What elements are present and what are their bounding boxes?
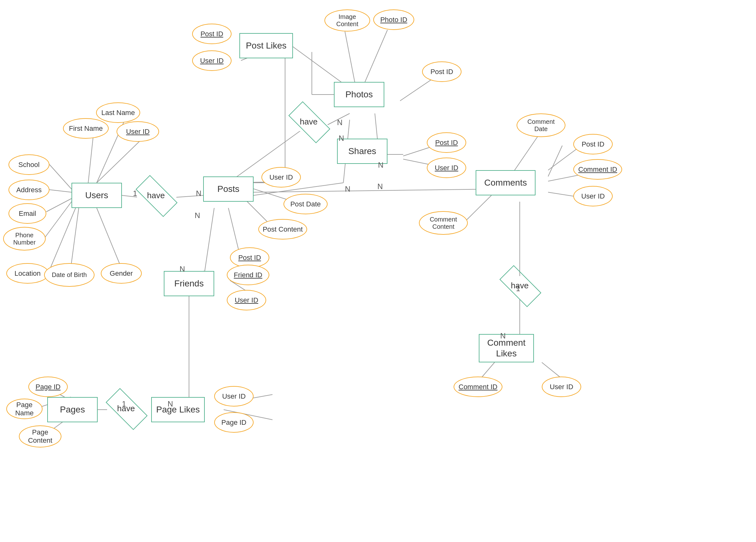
- attr-userid-pagelikes: User ID: [214, 386, 254, 407]
- attr-dob: Date of Birth: [44, 263, 95, 287]
- attr-school: School: [9, 154, 49, 175]
- attr-firstname: First Name: [63, 118, 109, 139]
- svg-line-0: [97, 136, 145, 183]
- entity-shares: Shares: [337, 139, 387, 164]
- entity-comments: Comments: [476, 170, 535, 195]
- label-N-posts-friends2: N: [180, 265, 185, 274]
- attr-userid-comments: User ID: [573, 186, 613, 206]
- label-N-posts-comments: N: [345, 185, 350, 193]
- attr-phonenumber: PhoneNumber: [3, 227, 46, 250]
- relationship-have-posts-photos: have: [290, 112, 328, 131]
- label-N-posts-photos2: N: [339, 134, 344, 143]
- entity-users: Users: [72, 183, 122, 208]
- svg-line-56: [481, 362, 495, 378]
- attr-pageid-pagelikes: Page ID: [214, 412, 254, 433]
- attr-friendid: Friend ID: [227, 265, 269, 285]
- svg-line-9: [97, 208, 123, 272]
- svg-line-15: [228, 208, 240, 256]
- entity-commentlikes: CommentLikes: [479, 334, 534, 362]
- attr-userid-cl: User ID: [542, 377, 581, 397]
- attr-postid-comments: Post ID: [573, 134, 613, 154]
- label-N-posts-photos1: N: [337, 118, 342, 127]
- entity-pagelikes: Page Likes: [151, 397, 205, 422]
- entity-photos: Photos: [334, 82, 384, 107]
- label-N-photos-comments: N: [377, 182, 383, 191]
- attr-postid-postlikes: Post ID: [192, 24, 232, 44]
- attr-address: Address: [9, 180, 49, 200]
- attr-lastname: Last Name: [96, 102, 140, 123]
- svg-line-59: [285, 41, 350, 88]
- entity-pages: Pages: [47, 397, 98, 422]
- attr-commentcontent: CommentContent: [419, 211, 468, 235]
- svg-line-38: [345, 31, 356, 88]
- label-N-posts-friends1: N: [195, 211, 200, 220]
- attr-postid-photos: Post ID: [422, 61, 461, 82]
- svg-line-5: [46, 198, 72, 212]
- svg-line-37: [362, 30, 387, 88]
- attr-userid-posts: User ID: [261, 167, 301, 187]
- attr-pagecontent: PageContent: [19, 425, 61, 448]
- entity-friends: Friends: [164, 271, 214, 296]
- attr-pagename: Page Name: [6, 399, 43, 419]
- attr-userid-friends: User ID: [227, 290, 266, 311]
- attr-email: Email: [9, 203, 46, 224]
- attr-userid-shares: User ID: [427, 157, 466, 178]
- svg-line-3: [49, 164, 72, 189]
- attr-photoid: Photo ID: [373, 9, 414, 30]
- attr-postdate: Post Date: [283, 194, 328, 214]
- attr-postcontent: Post Content: [258, 219, 307, 239]
- attr-userid-postlikes: User ID: [192, 50, 232, 71]
- attr-location: Location: [6, 263, 49, 284]
- label-1-users-posts: 1: [133, 189, 137, 198]
- label-N-shares: N: [378, 161, 383, 169]
- attr-postid-shares: Post ID: [427, 132, 466, 153]
- svg-line-57: [542, 362, 561, 378]
- attr-pageid-pages: Page ID: [28, 377, 68, 397]
- er-diagram: Users Posts Friends Pages Page Likes Pho…: [0, 0, 756, 542]
- svg-line-46: [254, 183, 343, 195]
- attr-commentdate: CommentDate: [517, 113, 565, 137]
- attr-userid-users: User ID: [117, 121, 159, 142]
- attr-commentid-cl: Comment ID: [454, 377, 502, 397]
- entity-posts: Posts: [203, 176, 254, 202]
- label-N-pages: N: [168, 400, 173, 408]
- label-N-commentlikes: N: [500, 332, 506, 340]
- attr-commentid-comments: Comment ID: [573, 159, 622, 180]
- label-N-users-posts: N: [196, 189, 201, 198]
- entity-postlikes: Post Likes: [239, 33, 293, 58]
- attr-gender: Gender: [101, 263, 142, 284]
- svg-line-16: [205, 208, 214, 271]
- svg-line-6: [44, 202, 72, 238]
- attr-imagecontent: ImageContent: [324, 9, 370, 31]
- svg-line-4: [49, 190, 72, 192]
- svg-line-1: [88, 133, 94, 183]
- relationship-have-users-posts: have: [137, 186, 175, 205]
